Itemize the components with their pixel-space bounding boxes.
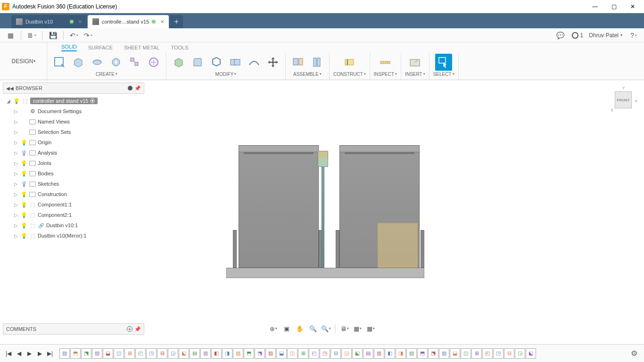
- timeline-feature[interactable]: ▨: [92, 348, 102, 359]
- visibility-icon[interactable]: [21, 170, 27, 177]
- timeline-feature[interactable]: ⊞: [298, 348, 308, 359]
- panel-label-inspect[interactable]: INSPECT: [374, 72, 397, 77]
- new-tab-button[interactable]: +: [170, 15, 183, 28]
- combine-icon[interactable]: [227, 54, 244, 71]
- tree-node[interactable]: ▷Component1:1: [3, 199, 144, 210]
- user-menu[interactable]: Dhruv Patel▾: [589, 32, 622, 39]
- shell-icon[interactable]: [208, 54, 225, 71]
- timeline-feature[interactable]: ⬒: [417, 348, 428, 359]
- panel-label-construct[interactable]: CONSTRUCT: [333, 72, 366, 77]
- pan-button[interactable]: ✋: [294, 323, 306, 334]
- timeline-feature[interactable]: ◨: [222, 348, 232, 359]
- tab-surface[interactable]: SURFACE: [88, 45, 113, 50]
- pin-icon[interactable]: 📌: [134, 326, 141, 332]
- timeline-feature[interactable]: ◧: [211, 348, 222, 359]
- timeline-feature[interactable]: ▨: [439, 348, 449, 359]
- expand-icon[interactable]: ▷: [13, 233, 19, 239]
- expand-icon[interactable]: ▷: [13, 181, 19, 187]
- component-icon[interactable]: [289, 54, 306, 71]
- draft-icon[interactable]: [246, 54, 263, 71]
- expand-icon[interactable]: ▷: [13, 202, 19, 207]
- measure-icon[interactable]: [377, 54, 394, 71]
- viewport-button[interactable]: ▦: [365, 323, 377, 334]
- timeline-settings-button[interactable]: ⚙: [628, 349, 640, 358]
- visibility-icon[interactable]: [21, 232, 27, 239]
- tree-node[interactable]: ▷Construction: [3, 189, 144, 199]
- close-tab-icon[interactable]: ×: [78, 18, 82, 25]
- timeline-last-button[interactable]: ▶|: [45, 349, 55, 358]
- sweep-icon[interactable]: [107, 54, 124, 71]
- tree-node[interactable]: ▷Analysis: [3, 148, 144, 158]
- rib-icon[interactable]: [145, 54, 162, 71]
- redo-button[interactable]: ↷: [83, 30, 94, 41]
- timeline-feature[interactable]: ⬕: [179, 348, 189, 359]
- timeline-prev-button[interactable]: ◀: [14, 349, 24, 358]
- timeline-feature[interactable]: ⊟: [330, 348, 341, 359]
- visibility-icon[interactable]: [21, 191, 27, 197]
- collapse-icon[interactable]: ◀◀: [6, 86, 14, 91]
- timeline-feature[interactable]: ⬒: [70, 348, 81, 359]
- tree-node[interactable]: ▷Component2:1: [3, 210, 144, 220]
- maximize-button[interactable]: ▢: [604, 0, 623, 13]
- doc-tab-controller[interactable]: controlle…stand v15 ×: [88, 15, 169, 28]
- timeline-feature[interactable]: ◫: [287, 348, 297, 359]
- visibility-icon[interactable]: [21, 139, 27, 146]
- expand-icon[interactable]: ▷: [13, 150, 19, 156]
- sketch-icon[interactable]: [51, 54, 68, 71]
- select-icon[interactable]: [435, 54, 452, 71]
- job-status[interactable]: 1: [572, 32, 584, 39]
- tab-sheetmetal[interactable]: SHEET METAL: [124, 45, 159, 50]
- close-tab-icon[interactable]: ×: [160, 18, 164, 25]
- minimize-button[interactable]: —: [586, 0, 604, 13]
- presspull-icon[interactable]: [170, 54, 187, 71]
- timeline-feature[interactable]: ⬔: [81, 348, 91, 359]
- timeline-feature[interactable]: ⬓: [103, 348, 113, 359]
- fillet-icon[interactable]: [189, 54, 206, 71]
- fit-button[interactable]: 🔍: [320, 323, 332, 334]
- timeline-feature[interactable]: ◳: [320, 348, 330, 359]
- expand-icon[interactable]: ▷: [13, 119, 19, 124]
- timeline-feature[interactable]: ◳: [493, 348, 504, 359]
- timeline-feature[interactable]: ◳: [146, 348, 157, 359]
- timeline-feature[interactable]: ▨: [265, 348, 276, 359]
- timeline-feature[interactable]: ⊟: [157, 348, 167, 359]
- tree-node[interactable]: ▷Sketches: [3, 179, 144, 189]
- save-button[interactable]: 💾: [47, 30, 58, 41]
- panel-label-select[interactable]: SELECT: [433, 72, 454, 77]
- add-comment-icon[interactable]: +: [127, 326, 132, 332]
- extensions-icon[interactable]: 💬: [555, 30, 566, 41]
- timeline-feature[interactable]: ▥: [374, 348, 384, 359]
- pin-icon[interactable]: 📌: [134, 85, 141, 91]
- help-button[interactable]: ?: [628, 30, 639, 41]
- revolve-icon[interactable]: [89, 54, 106, 71]
- tree-root[interactable]: ◢ controller and stand v15: [3, 96, 144, 106]
- tab-tools[interactable]: TOOLS: [171, 45, 188, 50]
- timeline-feature[interactable]: ⬓: [276, 348, 287, 359]
- timeline-next-button[interactable]: ▶: [35, 349, 44, 358]
- timeline-feature[interactable]: ⬔: [255, 348, 265, 359]
- timeline-feature[interactable]: ◫: [114, 348, 124, 359]
- zoom-button[interactable]: 🔍: [307, 323, 319, 334]
- panel-label-assemble[interactable]: ASSEMBLE: [293, 72, 322, 77]
- timeline-feature[interactable]: ⊟: [504, 348, 514, 359]
- visibility-icon[interactable]: [21, 181, 27, 187]
- timeline-feature[interactable]: ◲: [341, 348, 352, 359]
- timeline-feature[interactable]: ▧: [233, 348, 243, 359]
- timeline-feature[interactable]: ◫: [461, 348, 471, 359]
- visibility-icon[interactable]: [21, 201, 27, 208]
- workspace-selector[interactable]: DESIGN: [0, 42, 47, 80]
- timeline-feature[interactable]: ⊞: [471, 348, 482, 359]
- panel-label-modify[interactable]: MODIFY: [215, 72, 237, 77]
- timeline-first-button[interactable]: |◀: [4, 349, 13, 358]
- plane-icon[interactable]: [341, 54, 358, 71]
- visibility-icon[interactable]: [21, 149, 27, 156]
- viewcube[interactable]: Y X Z FRONT: [611, 88, 635, 111]
- tab-solid[interactable]: SOLID: [61, 44, 77, 51]
- timeline-feature[interactable]: ◰: [309, 348, 319, 359]
- insert-icon[interactable]: [406, 54, 423, 71]
- activate-icon[interactable]: [90, 99, 95, 103]
- settings-icon[interactable]: [128, 86, 132, 90]
- tree-node[interactable]: ▷Bodies: [3, 168, 144, 179]
- loft-icon[interactable]: [126, 54, 143, 71]
- tree-node[interactable]: ▷Joints: [3, 158, 144, 168]
